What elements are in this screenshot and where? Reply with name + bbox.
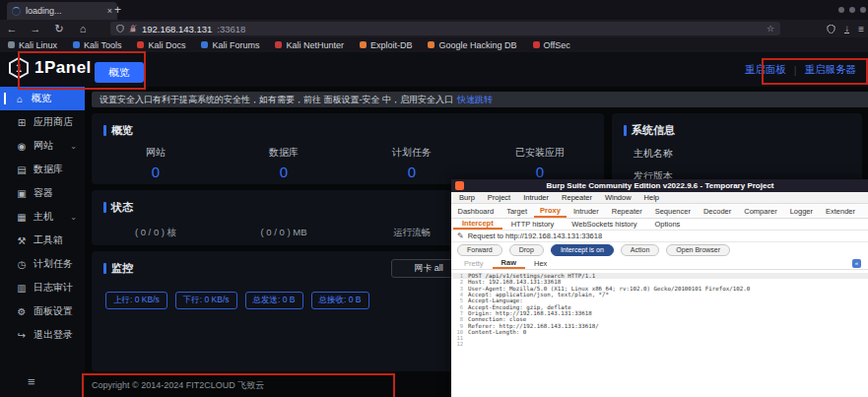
tab-extender[interactable]: Extender xyxy=(819,204,861,218)
sidebar-item-host[interactable]: ▦ 主机 ⌄ xyxy=(0,205,85,229)
drop-button[interactable]: Drop xyxy=(509,244,544,256)
sidebar-item-app-store[interactable]: ⊞ 应用商店 xyxy=(0,110,85,134)
overview-card-title: 概览 xyxy=(111,123,133,138)
forward-icon[interactable]: → xyxy=(24,23,47,34)
tab-decoder[interactable]: Decoder xyxy=(697,204,737,218)
inspector-toggle-icon[interactable]: « xyxy=(852,259,861,268)
account-shield-icon[interactable] xyxy=(827,25,835,33)
sidebar-item-overview[interactable]: ⌂ 概览 xyxy=(0,87,85,110)
tab-comparer[interactable]: Comparer xyxy=(738,204,783,218)
stat-cron: 计划任务0 xyxy=(348,146,476,180)
sidebar-item-logs[interactable]: ▥ 日志审计 xyxy=(0,276,85,299)
download-rate-badge[interactable]: 下行: 0 KB/s xyxy=(175,292,237,309)
chevron-down-icon: ⌄ xyxy=(70,213,77,222)
restart-server-link[interactable]: 重启服务器 xyxy=(805,63,857,77)
open-browser-button[interactable]: Open Browser xyxy=(666,244,730,256)
stat-database-value[interactable]: 0 xyxy=(220,164,348,180)
bookmark-kali-tools[interactable]: Kali Tools xyxy=(73,40,121,50)
total-received-badge[interactable]: 总接收: 0 B xyxy=(311,292,369,309)
menu-window[interactable]: Window xyxy=(605,193,632,202)
bookmark-kali-linux[interactable]: Kali Linux xyxy=(8,40,57,50)
subtab-options[interactable]: Options xyxy=(645,219,689,230)
sidebar: ⌂ 概览 ⊞ 应用商店 ◉ 网站 ⌄ ▤ 数据库 ▣ 容器 ▦ 主机 ⌄ ⚒ 工… xyxy=(0,87,85,397)
sidebar-item-settings[interactable]: ⚙ 面板设置 xyxy=(0,299,85,323)
downloads-icon[interactable]: ↓ xyxy=(844,25,849,33)
window-close-button[interactable] xyxy=(860,7,866,13)
sidebar-item-website[interactable]: ◉ 网站 ⌄ xyxy=(0,134,85,158)
bookmark-kali-forums[interactable]: Kali Forums xyxy=(201,40,259,50)
monitor-card-title: 监控 xyxy=(111,261,133,276)
back-icon[interactable]: ← xyxy=(0,23,24,34)
stat-installed-apps-value[interactable]: 0 xyxy=(476,164,604,180)
insecure-lock-icon[interactable] xyxy=(129,25,137,33)
sidebar-collapse-icon[interactable]: ≡ xyxy=(28,374,35,389)
reload-icon[interactable]: ↻ xyxy=(47,23,71,35)
bookmark-exploit-db[interactable]: Exploit-DB xyxy=(360,40,413,50)
stat-website: 网站0 xyxy=(92,146,220,180)
tab-intruder[interactable]: Intruder xyxy=(567,204,605,218)
browser-nav-bar: ← → ↻ ⌂ 192.168.143.131:33618 ☆ ↓ ≡ xyxy=(0,20,868,37)
sidebar-item-toolbox[interactable]: ⚒ 工具箱 xyxy=(0,229,85,252)
bookmark-offsec[interactable]: OffSec xyxy=(533,40,570,50)
sidebar-item-database[interactable]: ▤ 数据库 xyxy=(0,158,85,181)
view-tab-pretty[interactable]: Pretty xyxy=(455,257,493,269)
menu-hamburger-icon[interactable]: ≡ xyxy=(858,24,864,34)
gear-icon: ⚙ xyxy=(16,306,28,317)
new-tab-button[interactable]: + xyxy=(114,3,121,17)
tab-target[interactable]: Target xyxy=(501,204,534,218)
bookmark-star-icon[interactable]: ☆ xyxy=(767,24,774,33)
subtab-http-history[interactable]: HTTP history xyxy=(502,219,564,230)
upload-rate-badge[interactable]: 上行: 0 KB/s xyxy=(105,292,167,309)
memory-metric: ( 0 / 0 ) MB xyxy=(220,227,348,239)
browser-tab[interactable]: loading... × xyxy=(7,2,117,20)
shield-permissions-icon[interactable] xyxy=(116,25,124,33)
menu-intruder[interactable]: Intruder xyxy=(523,193,549,202)
burp-main-tabs: Dashboard Target Proxy Intruder Repeater… xyxy=(451,204,868,219)
view-tab-raw[interactable]: Raw xyxy=(493,257,525,269)
sidebar-item-container[interactable]: ▣ 容器 xyxy=(0,181,85,205)
restart-panel-link[interactable]: 重启面板 xyxy=(745,63,786,77)
bookmark-kali-docs[interactable]: Kali Docs xyxy=(137,40,185,50)
kali-tools-icon xyxy=(73,41,80,48)
menu-help[interactable]: Help xyxy=(644,193,659,202)
window-maximize-button[interactable] xyxy=(849,7,855,13)
tab-logger[interactable]: Logger xyxy=(783,204,819,218)
bookmark-google-hacking-db[interactable]: Google Hacking DB xyxy=(428,40,516,50)
tab-overview[interactable]: 概览 xyxy=(95,62,144,83)
kali-docs-icon xyxy=(137,41,144,48)
home-icon[interactable]: ⌂ xyxy=(71,23,95,34)
bookmarks-bar: Kali Linux Kali Tools Kali Docs Kali For… xyxy=(0,37,868,52)
logout-icon: ↪ xyxy=(16,330,28,341)
total-sent-badge[interactable]: 总发送: 0 B xyxy=(245,292,303,309)
notice-jump-link[interactable]: 快速跳转 xyxy=(457,94,493,106)
window-minimize-button[interactable] xyxy=(838,7,844,13)
bookmark-kali-nethunter[interactable]: Kali NetHunter xyxy=(275,40,344,50)
burp-title-bar[interactable]: Burp Suite Community Edition v2022.9.6 -… xyxy=(451,179,868,192)
request-editor[interactable]: 1POST /api/v1/settings/search HTTP/1.1 2… xyxy=(451,270,868,348)
tab-dashboard[interactable]: Dashboard xyxy=(451,204,501,218)
subtab-intercept[interactable]: Intercept xyxy=(453,219,502,230)
tab-proxy[interactable]: Proxy xyxy=(534,204,568,218)
overview-card: 概览 网站0 数据库0 计划任务0 已安装应用0 xyxy=(92,113,604,184)
stat-website-value[interactable]: 0 xyxy=(92,164,220,180)
tab-sequencer[interactable]: Sequencer xyxy=(648,204,697,218)
sidebar-item-logout[interactable]: ↪ 退出登录 xyxy=(0,323,85,347)
panel-logo[interactable]: 1 1Panel xyxy=(9,57,92,79)
url-bar[interactable]: 192.168.143.131:33618 ☆ xyxy=(110,22,780,35)
header-divider: | xyxy=(794,64,797,76)
sidebar-item-cron[interactable]: ◷ 计划任务 xyxy=(0,252,85,276)
intercept-toggle-button[interactable]: Intercept is on xyxy=(551,244,614,256)
subtab-websockets-history[interactable]: WebSockets history xyxy=(563,219,645,230)
stat-cron-value[interactable]: 0 xyxy=(348,164,476,180)
tab-project-options[interactable]: Project options xyxy=(862,204,868,218)
menu-burp[interactable]: Burp xyxy=(459,193,475,202)
action-button[interactable]: Action xyxy=(621,244,659,256)
menu-project[interactable]: Project xyxy=(488,193,510,202)
view-tab-hex[interactable]: Hex xyxy=(525,257,556,269)
security-entrance-notice: 设置安全入口有利于提高系统的安全性，如有需要，前往 面板设置-安全 中，启用安全… xyxy=(92,92,868,107)
menu-repeater[interactable]: Repeater xyxy=(562,193,592,202)
close-tab-icon[interactable]: × xyxy=(107,6,112,16)
tab-repeater[interactable]: Repeater xyxy=(605,204,648,218)
host-icon: ▦ xyxy=(16,212,28,223)
forward-button[interactable]: Forward xyxy=(457,244,502,256)
